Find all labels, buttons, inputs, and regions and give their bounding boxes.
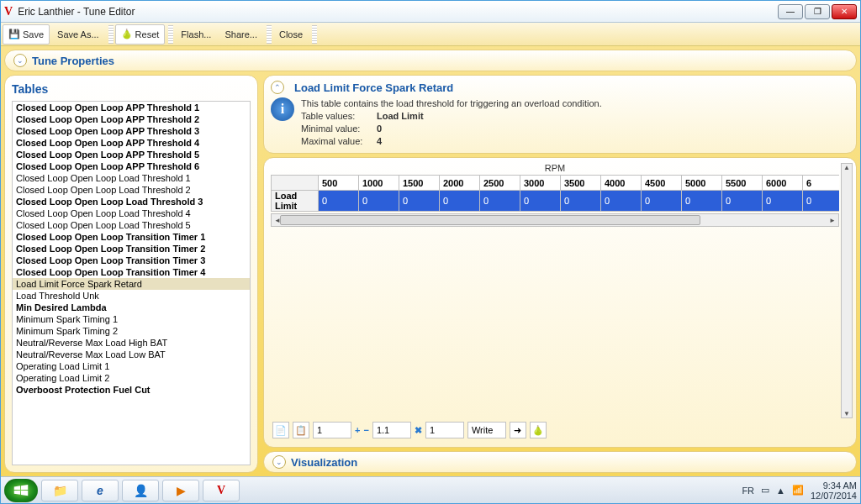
reset-button[interactable]: 🍐 Reset — [115, 24, 166, 45]
table-row[interactable]: Closed Loop Open Loop APP Threshold 2 — [13, 113, 250, 125]
grid-cell[interactable]: 0 — [803, 191, 840, 212]
copy-button[interactable]: 📄 — [272, 422, 289, 438]
grid-cell[interactable]: 0 — [480, 191, 520, 212]
arrow-right-button[interactable]: ➜ — [510, 422, 526, 438]
step-input-2[interactable]: 1.1 — [372, 422, 411, 438]
taskbar-media[interactable]: ▶ — [162, 480, 199, 501]
table-row[interactable]: Closed Loop Open Loop Load Threshold 1 — [13, 172, 250, 184]
grid-col-header[interactable]: 1000 — [359, 176, 399, 191]
scroll-right-arrow-icon[interactable]: ► — [827, 214, 838, 226]
save-button[interactable]: 💾 Save — [3, 24, 50, 45]
vertical-scrollbar[interactable]: ▲ ▼ — [841, 163, 853, 418]
grid-col-header[interactable]: 4000 — [601, 176, 642, 191]
clock[interactable]: 9:34 AM 12/07/2014 — [811, 480, 857, 501]
multiply-button[interactable]: ✖ — [415, 425, 422, 436]
table-row[interactable]: Closed Loop Open Loop Transition Timer 1 — [13, 231, 250, 243]
grid-cell[interactable]: 0 — [319, 191, 359, 212]
chevron-up-icon[interactable]: ⌃ — [271, 81, 284, 94]
grid-cell[interactable]: 0 — [642, 191, 682, 212]
grid-cell[interactable]: 0 — [763, 191, 803, 212]
scroll-up-arrow-icon[interactable]: ▲ — [842, 164, 852, 171]
table-row[interactable]: Closed Loop Open Loop Transition Timer 4 — [13, 266, 250, 278]
table-row[interactable]: Minimum Spark Timing 2 — [13, 325, 250, 337]
table-row[interactable]: Overboost Protection Fuel Cut — [13, 384, 250, 396]
table-row[interactable]: Closed Loop Open Loop APP Threshold 3 — [13, 125, 250, 137]
grid-cell[interactable]: 0 — [601, 191, 642, 212]
table-row[interactable]: Closed Loop Open Loop Load Threshold 2 — [13, 184, 250, 196]
grid-col-header[interactable]: 1500 — [399, 176, 440, 191]
tables-list[interactable]: Closed Loop Open Loop APP Threshold 1Clo… — [12, 101, 251, 465]
grid-col-header[interactable]: 5500 — [722, 176, 763, 191]
flash-button[interactable]: Flash... — [175, 24, 217, 45]
network-icon[interactable]: 📶 — [792, 485, 804, 496]
table-row[interactable]: Closed Loop Open Loop APP Threshold 5 — [13, 149, 250, 160]
grid-cell[interactable]: 0 — [561, 191, 601, 212]
taskbar-app1[interactable]: 👤 — [122, 480, 159, 501]
grid-cell[interactable]: 0 — [682, 191, 722, 212]
visualization-panel[interactable]: ⌄ Visualization — [263, 451, 857, 473]
table-row[interactable]: Minimum Spark Timing 1 — [13, 313, 250, 325]
tray-up-icon[interactable]: ▲ — [776, 486, 785, 496]
paste-button[interactable]: 📋 — [293, 422, 309, 438]
grid-col-header[interactable]: 6 — [803, 176, 840, 191]
taskbar-ie[interactable]: e — [82, 480, 119, 501]
language-indicator[interactable]: FR — [742, 486, 754, 496]
table-row[interactable]: Closed Loop Open Loop APP Threshold 4 — [13, 137, 250, 149]
grid-row-header[interactable]: Load Limit — [272, 191, 319, 212]
grid-cell[interactable]: 0 — [399, 191, 440, 212]
min-label: Minimal value: — [301, 123, 377, 135]
write-button[interactable]: Write — [467, 422, 506, 438]
table-row[interactable]: Closed Loop Open Loop Load Threshold 4 — [13, 207, 250, 219]
data-grid[interactable]: 5001000150020002500300035004000450050005… — [271, 175, 839, 212]
table-row[interactable]: Closed Loop Open Loop APP Threshold 1 — [13, 102, 250, 113]
values-value: Load Limit — [377, 111, 424, 121]
table-row[interactable]: Operating Load Limit 1 — [13, 360, 250, 372]
minimize-button[interactable]: — — [778, 4, 803, 19]
table-row[interactable]: Operating Load Limit 2 — [13, 372, 250, 384]
grid-col-header[interactable]: 2500 — [480, 176, 520, 191]
table-row[interactable]: Closed Loop Open Loop APP Threshold 6 — [13, 160, 250, 172]
grid-col-header[interactable]: 4500 — [642, 176, 682, 191]
table-row[interactable]: Closed Loop Open Loop Transition Timer 3 — [13, 255, 250, 266]
battery-icon[interactable]: ▭ — [761, 485, 769, 496]
table-row[interactable]: Min Desired Lambda — [13, 302, 250, 313]
table-row[interactable]: Closed Loop Open Loop Load Threshold 5 — [13, 219, 250, 231]
window-close-button[interactable]: ✕ — [832, 4, 857, 19]
share-button[interactable]: Share... — [219, 24, 263, 45]
taskbar-tune-editor[interactable]: V — [203, 480, 240, 501]
grid-cell[interactable]: 0 — [440, 191, 480, 212]
reset-cell-button[interactable]: 🍐 — [530, 422, 547, 438]
table-row[interactable]: Closed Loop Open Loop Load Threshold 3 — [13, 196, 250, 207]
maximize-button[interactable]: ❐ — [805, 4, 830, 19]
chevron-down-icon: ⌄ — [13, 54, 27, 67]
table-row[interactable]: Load Threshold Unk — [13, 290, 250, 302]
grid-col-header[interactable]: 3500 — [561, 176, 601, 191]
tune-properties-panel[interactable]: ⌄ Tune Properties — [4, 50, 857, 71]
detail-info: This table contains the load threshold f… — [301, 97, 602, 148]
table-row[interactable]: Neutral/Reverse Max Load High BAT — [13, 337, 250, 349]
window-title: Eric Lanthier - Tune Editor — [18, 6, 135, 18]
grid-col-header[interactable]: 500 — [319, 176, 359, 191]
grid-cell[interactable]: 0 — [359, 191, 399, 212]
scroll-thumb[interactable] — [280, 215, 700, 225]
step-input-3[interactable]: 1 — [425, 422, 464, 438]
horizontal-scrollbar[interactable]: ◄ ► — [271, 213, 839, 227]
grid-cell[interactable]: 0 — [722, 191, 763, 212]
plus-button[interactable]: + — [355, 425, 360, 435]
table-row[interactable]: Closed Loop Open Loop Transition Timer 2 — [13, 243, 250, 255]
taskbar-explorer[interactable]: 📁 — [41, 480, 78, 501]
grid-cell[interactable]: 0 — [520, 191, 561, 212]
close-button[interactable]: Close — [273, 24, 309, 45]
toolbar-separator — [108, 25, 114, 44]
grid-col-header[interactable]: 3000 — [520, 176, 561, 191]
table-row[interactable]: Load Limit Force Spark Retard — [13, 278, 250, 290]
step-input-1[interactable]: 1 — [313, 422, 351, 438]
grid-col-header[interactable]: 5000 — [682, 176, 722, 191]
start-button[interactable] — [4, 479, 38, 502]
scroll-down-arrow-icon[interactable]: ▼ — [842, 410, 852, 417]
save-as-button[interactable]: Save As... — [51, 24, 105, 45]
grid-col-header[interactable]: 2000 — [440, 176, 480, 191]
table-row[interactable]: Neutral/Reverse Max Load Low BAT — [13, 349, 250, 360]
grid-col-header[interactable]: 6000 — [763, 176, 803, 191]
minus-button[interactable]: − — [363, 425, 368, 435]
